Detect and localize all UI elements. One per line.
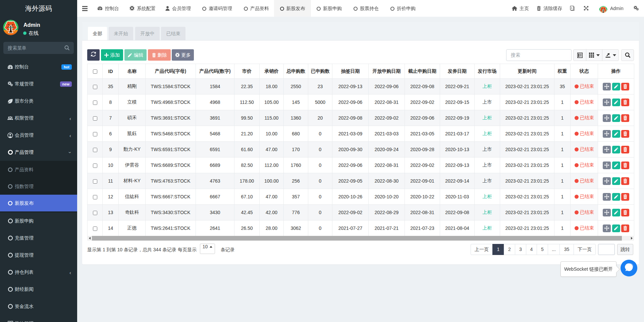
svg-text:A: A — [571, 7, 573, 9]
